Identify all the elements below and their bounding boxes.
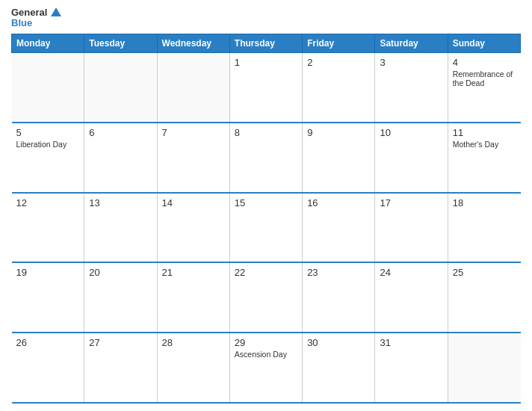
day-event: Ascension Day (235, 350, 297, 359)
calendar-cell: 3 (375, 52, 448, 123)
calendar-cell: 28 (157, 333, 229, 403)
calendar-cell: 14 (157, 193, 229, 263)
calendar-cell: 26 (12, 333, 84, 403)
day-event: Remembrance of the Dead (453, 69, 516, 87)
calendar-cell: 11Mother's Day (448, 123, 520, 193)
day-number: 4 (453, 57, 516, 68)
day-number: 14 (162, 197, 225, 208)
calendar-cell: 5Liberation Day (12, 123, 84, 193)
calendar-week-row: 19202122232425 (12, 262, 521, 333)
calendar-cell: 18 (448, 193, 520, 263)
day-number: 21 (162, 267, 225, 278)
calendar-cell: 31 (375, 333, 448, 403)
calendar-cell: 20 (84, 262, 157, 333)
day-number: 22 (235, 267, 297, 278)
day-number: 31 (380, 337, 442, 348)
calendar-cell: 15 (229, 193, 302, 263)
day-number: 8 (235, 127, 297, 138)
day-number: 24 (380, 267, 442, 278)
calendar-week-row: 1234Remembrance of the Dead (12, 52, 521, 123)
calendar-table: MondayTuesdayWednesdayThursdayFridaySatu… (11, 34, 521, 404)
calendar-cell: 30 (303, 333, 375, 403)
day-header-saturday: Saturday (375, 34, 448, 52)
day-event: Liberation Day (16, 140, 80, 149)
day-number: 29 (235, 337, 297, 348)
calendar-cell: 25 (448, 262, 520, 333)
day-number: 20 (89, 267, 152, 278)
day-header-tuesday: Tuesday (84, 34, 157, 52)
logo: General Blue (11, 7, 61, 29)
calendar-header-row: MondayTuesdayWednesdayThursdayFridaySatu… (12, 34, 521, 52)
calendar-cell: 19 (12, 262, 84, 333)
page-header: General Blue (11, 7, 521, 29)
calendar-cell: 17 (375, 193, 448, 263)
calendar-cell: 2 (303, 52, 375, 123)
calendar-cell: 7 (157, 123, 229, 193)
logo-general-text: General (11, 7, 47, 18)
day-number: 18 (453, 197, 516, 208)
calendar-cell: 16 (303, 193, 375, 263)
calendar-cell: 4Remembrance of the Dead (448, 52, 520, 123)
day-number: 25 (453, 267, 516, 278)
calendar-cell: 27 (84, 333, 157, 403)
day-number: 9 (307, 127, 370, 138)
day-number: 11 (453, 127, 516, 138)
day-number: 17 (380, 197, 442, 208)
calendar-cell: 24 (375, 262, 448, 333)
day-number: 16 (307, 197, 370, 208)
logo-blue-text: Blue (11, 18, 32, 28)
day-header-friday: Friday (303, 34, 375, 52)
day-number: 13 (89, 197, 152, 208)
day-header-thursday: Thursday (229, 34, 302, 52)
calendar-cell: 21 (157, 262, 229, 333)
day-number: 15 (235, 197, 297, 208)
calendar-cell: 8 (229, 123, 302, 193)
day-header-sunday: Sunday (448, 34, 520, 52)
calendar-cell (157, 52, 229, 123)
day-number: 3 (380, 57, 442, 68)
day-number: 7 (162, 127, 225, 138)
calendar-week-row: 26272829Ascension Day3031 (12, 333, 521, 403)
day-number: 30 (307, 337, 370, 348)
day-number: 27 (89, 337, 152, 348)
logo-triangle-icon (51, 7, 61, 16)
calendar-cell (12, 52, 84, 123)
day-header-monday: Monday (12, 34, 84, 52)
calendar-cell: 22 (229, 262, 302, 333)
day-number: 1 (235, 57, 297, 68)
calendar-cell: 29Ascension Day (229, 333, 302, 403)
day-number: 2 (307, 57, 370, 68)
calendar-cell (84, 52, 157, 123)
calendar-cell: 1 (229, 52, 302, 123)
calendar-cell: 12 (12, 193, 84, 263)
calendar-cell: 9 (303, 123, 375, 193)
day-number: 6 (89, 127, 152, 138)
day-number: 26 (16, 337, 80, 348)
calendar-cell: 10 (375, 123, 448, 193)
calendar-cell: 13 (84, 193, 157, 263)
calendar-week-row: 5Liberation Day67891011Mother's Day (12, 123, 521, 193)
calendar-week-row: 12131415161718 (12, 193, 521, 263)
calendar-cell: 23 (303, 262, 375, 333)
calendar-cell: 6 (84, 123, 157, 193)
day-header-wednesday: Wednesday (157, 34, 229, 52)
day-number: 5 (16, 127, 80, 138)
day-number: 12 (16, 197, 80, 208)
day-number: 10 (380, 127, 442, 138)
day-event: Mother's Day (453, 140, 516, 149)
day-number: 23 (307, 267, 370, 278)
calendar-cell (448, 333, 520, 403)
day-number: 28 (162, 337, 225, 348)
day-number: 19 (16, 267, 80, 278)
